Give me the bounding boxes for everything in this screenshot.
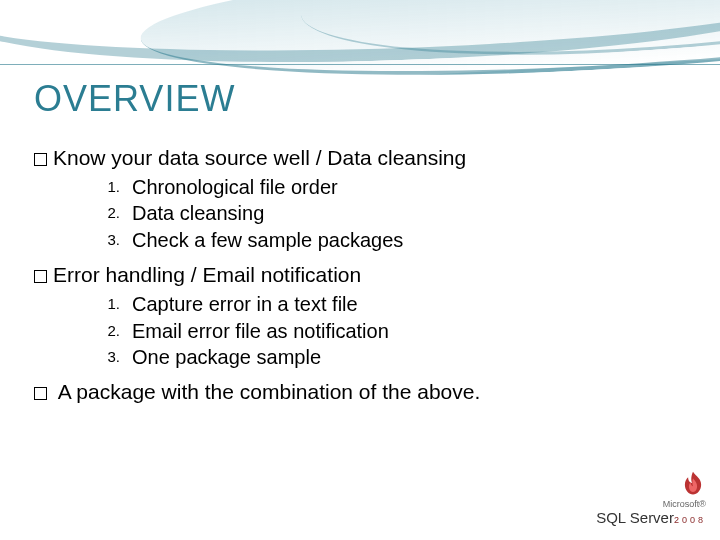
final-point: A package with the combination of the ab… (34, 380, 686, 404)
list-item-text: Chronological file order (132, 174, 338, 200)
sub-list-2: 1.Capture error in a text file 2.Email e… (96, 291, 686, 370)
section-heading-1-text: Know your data source well / Data cleans… (53, 146, 466, 169)
list-number: 2. (96, 318, 120, 344)
list-number: 1. (96, 291, 120, 317)
section-heading-2: Error handling / Email notification (34, 263, 686, 287)
sql-server-logo: Microsoft® SQL Server2008 (556, 494, 706, 526)
square-bullet-icon (34, 387, 47, 400)
sql-server-flame-icon (680, 470, 706, 496)
list-item: 1.Chronological file order (96, 174, 686, 200)
slide-body: OVERVIEW Know your data source well / Da… (0, 0, 720, 540)
list-item-text: Data cleansing (132, 200, 264, 226)
logo-brand: Microsoft® (663, 499, 706, 509)
list-item-text: Capture error in a text file (132, 291, 358, 317)
square-bullet-icon (34, 153, 47, 166)
final-point-text: A package with the combination of the ab… (53, 380, 480, 403)
list-item: 3.Check a few sample packages (96, 227, 686, 253)
logo-product: SQL Server (596, 509, 674, 526)
list-item-text: One package sample (132, 344, 321, 370)
square-bullet-icon (34, 270, 47, 283)
section-heading-1: Know your data source well / Data cleans… (34, 146, 686, 170)
list-item-text: Check a few sample packages (132, 227, 403, 253)
page-title: OVERVIEW (34, 78, 686, 120)
logo-year: 2008 (674, 515, 706, 525)
list-number: 2. (96, 200, 120, 226)
list-number: 1. (96, 174, 120, 200)
list-number: 3. (96, 344, 120, 370)
list-item-text: Email error file as notification (132, 318, 389, 344)
sub-list-1: 1.Chronological file order 2.Data cleans… (96, 174, 686, 253)
section-heading-2-text: Error handling / Email notification (53, 263, 361, 286)
list-item: 3.One package sample (96, 344, 686, 370)
list-number: 3. (96, 227, 120, 253)
list-item: 2.Data cleansing (96, 200, 686, 226)
list-item: 2.Email error file as notification (96, 318, 686, 344)
list-item: 1.Capture error in a text file (96, 291, 686, 317)
